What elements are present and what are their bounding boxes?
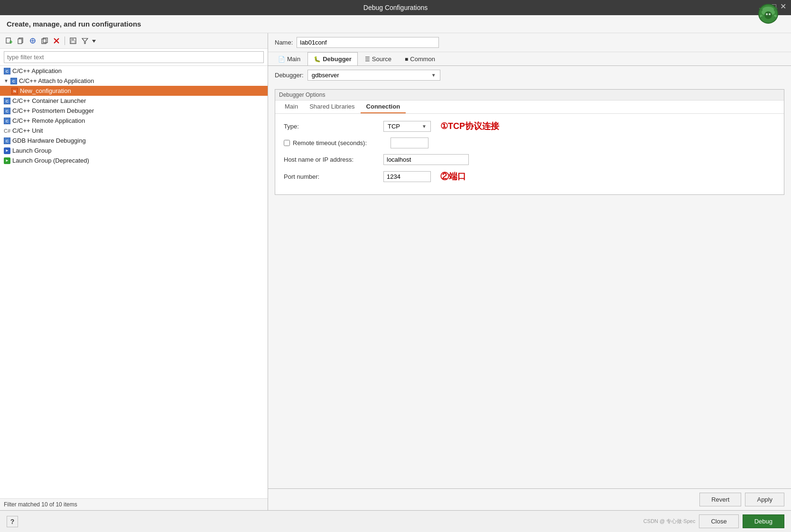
tree-item-cpp-postmortem[interactable]: C C/C++ Postmortem Debugger (0, 106, 268, 116)
host-row: Host name or IP address: (284, 154, 775, 165)
name-input[interactable] (297, 37, 439, 48)
title-bar: Debug Configurations □ ✕ (0, 0, 791, 15)
main-tabs: 📄 Main 🐛 Debugger ☰ Source ■ Common (268, 52, 791, 66)
svg-point-10 (764, 11, 772, 19)
tree-item-label: Launch Group (12, 147, 51, 154)
host-input[interactable] (383, 154, 469, 165)
timeout-label: Remote timeout (seconds): (293, 139, 388, 147)
svg-marker-29 (92, 40, 96, 43)
tab-source-label: Source (372, 55, 391, 63)
tree-item-cpp-unit[interactable]: C# C/C++ Unit (0, 126, 268, 136)
debug-button[interactable]: Debug (743, 514, 784, 528)
tree-item-cpp-attach[interactable]: ▼ C C/C++ Attach to Application (0, 76, 268, 86)
timeout-row: Remote timeout (seconds): (284, 138, 775, 148)
source-icon: ☰ (365, 56, 370, 63)
debugger-select[interactable]: gdbserver ▼ (307, 70, 440, 81)
port-input[interactable] (383, 171, 431, 182)
sub-tab-connection[interactable]: Connection (361, 101, 406, 113)
tree-item-label: C/C++ Attach to Application (19, 77, 94, 84)
svg-rect-26 (71, 38, 74, 40)
revert-button[interactable]: Revert (699, 493, 741, 506)
tab-common-label: Common (410, 55, 435, 63)
new-config-button[interactable] (4, 36, 14, 46)
tree-item-label: C/C++ Container Launcher (12, 97, 86, 104)
filter-input[interactable] (4, 51, 264, 63)
help-button[interactable]: ? (7, 516, 18, 527)
watermark: CSDN @ 专心做·Spec (643, 518, 696, 525)
duplicate-button[interactable] (39, 36, 50, 46)
delete-button[interactable] (51, 36, 62, 46)
debugger-label: Debugger: (275, 72, 304, 79)
sub-tabs: Main Shared Libraries Connection (275, 101, 784, 114)
close-button[interactable]: Close (699, 514, 738, 528)
svg-rect-17 (18, 39, 22, 44)
sub-tab-main[interactable]: Main (279, 101, 304, 113)
tree-item-label: Launch Group (Deprecated) (12, 157, 89, 164)
toolbar (0, 33, 268, 49)
type-dropdown-arrow-icon: ▼ (422, 124, 427, 129)
filter-input-wrap (0, 49, 268, 66)
port-label: Port number: (284, 173, 379, 180)
sub-tab-shared-libraries-label: Shared Libraries (309, 103, 354, 110)
cfg-icon-orange: N (11, 88, 18, 94)
tab-main[interactable]: 📄 Main (272, 52, 307, 65)
tree-item-label: C/C++ Application (12, 67, 62, 74)
cfg-icon: C (4, 108, 10, 114)
debugger-options-box: Debugger Options Main Shared Libraries C… (275, 89, 784, 195)
type-row: Type: TCP ▼ ①TCP协议连接 (284, 120, 775, 132)
filter-status: Filter matched 10 of 10 items (0, 498, 268, 510)
tab-source[interactable]: ☰ Source (359, 52, 398, 65)
timeout-input[interactable] (391, 138, 428, 148)
name-label: Name: (275, 39, 293, 46)
sub-tab-shared-libraries[interactable]: Shared Libraries (304, 101, 360, 113)
page-title: Create, manage, and run configurations (0, 15, 791, 33)
tree-item-label: GDB Hardware Debugging (12, 137, 86, 144)
tree-item-cpp-container[interactable]: C C/C++ Container Launcher (0, 96, 268, 106)
type-select[interactable]: TCP ▼ (383, 121, 431, 132)
tree-item-gdb-hardware[interactable]: C GDB Hardware Debugging (0, 136, 268, 146)
help-icon: ? (10, 518, 15, 525)
tree-item-label: C/C++ Remote Application (12, 117, 85, 124)
cfg-icon: C (4, 68, 10, 74)
tree-item-launch-group[interactable]: ► Launch Group (0, 146, 268, 156)
cfg-icon: C (4, 118, 10, 124)
save-button[interactable] (68, 36, 78, 46)
svg-rect-27 (71, 41, 75, 43)
toolbar-separator (65, 37, 65, 45)
right-panel: Name: 📄 Main 🐛 Debugger ☰ Source ■ Commo… (268, 33, 791, 510)
debugger-options-title: Debugger Options (275, 90, 784, 101)
sub-tab-main-label: Main (285, 103, 298, 110)
window-title: Debug Configurations (363, 4, 428, 11)
copy-button[interactable] (16, 36, 26, 46)
tab-common[interactable]: ■ Common (399, 52, 441, 65)
page-icon: 📄 (278, 56, 285, 63)
filter-menu-button[interactable] (92, 36, 96, 46)
filter-button[interactable] (80, 36, 90, 46)
tab-main-label: Main (287, 55, 300, 63)
timeout-checkbox[interactable] (284, 140, 290, 146)
tree-item-label: New_configuration (20, 87, 71, 94)
type-label: Type: (284, 123, 379, 130)
tree-area: C C/C++ Application ▼ C C/C++ Attach to … (0, 66, 268, 498)
tree-item-label: C/C++ Unit (12, 127, 43, 134)
right-content: Debugger: gdbserver ▼ Debugger Options M… (268, 66, 791, 488)
debugger-value: gdbserver (312, 72, 339, 79)
port-row: Port number: ②端口 (284, 171, 775, 182)
bug-icon: 🐛 (314, 56, 321, 63)
tree-item-label: C/C++ Postmortem Debugger (12, 107, 94, 114)
svg-marker-28 (82, 38, 88, 44)
sub-tab-connection-label: Connection (366, 103, 400, 110)
apply-button[interactable]: Apply (745, 493, 784, 506)
tree-item-launch-group-deprecated[interactable]: ► Launch Group (Deprecated) (0, 156, 268, 165)
tree-item-cpp-remote[interactable]: C C/C++ Remote Application (0, 116, 268, 126)
tab-debugger[interactable]: 🐛 Debugger (307, 52, 358, 65)
launch-group-button[interactable] (28, 36, 38, 46)
expand-chevron: ▼ (4, 78, 9, 83)
tree-item-new-config[interactable]: N New_configuration (0, 86, 268, 96)
tree-item-cpp-application[interactable]: C C/C++ Application (0, 66, 268, 76)
type-value: TCP (388, 123, 400, 130)
unit-icon: C# (4, 128, 10, 134)
footer-right-buttons: CSDN @ 专心做·Spec Close Debug (643, 514, 784, 528)
cfg-icon: C (10, 78, 17, 84)
common-icon: ■ (405, 56, 408, 63)
